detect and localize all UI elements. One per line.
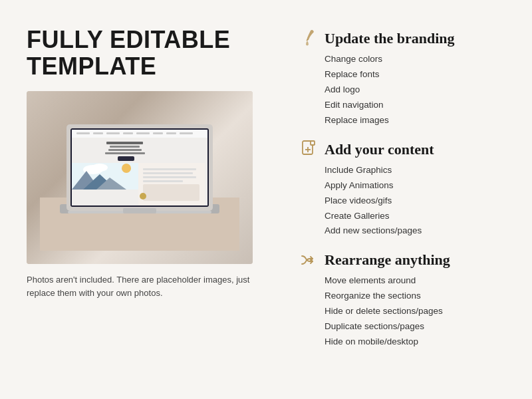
svg-rect-34 bbox=[123, 208, 156, 213]
list-item: Reorganize the sections bbox=[325, 289, 512, 304]
svg-point-22 bbox=[92, 164, 108, 172]
list-item: Change colors bbox=[325, 52, 512, 67]
svg-point-20 bbox=[122, 164, 131, 173]
rearrange-header: Rearrange anything bbox=[299, 251, 512, 269]
svg-rect-30 bbox=[143, 180, 183, 182]
list-item: Replace fonts bbox=[325, 67, 512, 82]
branding-items: Change colors Replace fonts Add logo Edi… bbox=[299, 52, 512, 128]
paintbrush-icon bbox=[299, 29, 318, 48]
image-caption: Photos aren't included. There are placeh… bbox=[27, 273, 253, 299]
svg-rect-31 bbox=[143, 184, 200, 201]
branding-section: Update the branding Change colors Replac… bbox=[299, 29, 512, 128]
list-item: Include Graphics bbox=[325, 163, 512, 178]
branding-header: Update the branding bbox=[299, 29, 512, 48]
page-container: FULLY EDITABLE TEMPLATE bbox=[0, 0, 532, 399]
svg-rect-27 bbox=[143, 168, 196, 170]
right-column: Update the branding Change colors Replac… bbox=[299, 27, 512, 379]
svg-rect-15 bbox=[110, 146, 140, 148]
left-column: FULLY EDITABLE TEMPLATE bbox=[27, 27, 279, 379]
list-item: Hide or delete sections/pages bbox=[325, 304, 512, 319]
page-title: FULLY EDITABLE TEMPLATE bbox=[27, 27, 279, 79]
svg-rect-14 bbox=[106, 142, 143, 144]
svg-rect-12 bbox=[166, 132, 176, 134]
list-item: Place videos/gifs bbox=[325, 194, 512, 209]
list-item: Hide on mobile/desktop bbox=[325, 334, 512, 350]
list-item: Move elements around bbox=[325, 273, 512, 289]
list-item: Edit navigation bbox=[325, 98, 512, 113]
svg-rect-37 bbox=[311, 141, 315, 145]
content-header: Add your content bbox=[299, 140, 512, 159]
content-section: Add your content Include Graphics Apply … bbox=[299, 140, 512, 239]
list-item: Apply Animations bbox=[325, 178, 512, 194]
svg-rect-9 bbox=[123, 132, 133, 134]
list-item: Create Galleries bbox=[325, 209, 512, 224]
svg-rect-10 bbox=[136, 132, 150, 134]
svg-line-35 bbox=[307, 39, 308, 41]
svg-point-32 bbox=[140, 193, 146, 200]
svg-rect-18 bbox=[118, 156, 134, 161]
shuffle-icon bbox=[299, 251, 318, 269]
list-item: Replace images bbox=[325, 113, 512, 128]
list-item: Add new sections/pages bbox=[325, 223, 512, 239]
rearrange-items: Move elements around Reorganize the sect… bbox=[299, 273, 512, 350]
rearrange-title: Rearrange anything bbox=[325, 251, 450, 269]
list-item: Duplicate sections/pages bbox=[325, 319, 512, 334]
rearrange-section: Rearrange anything Move elements around … bbox=[299, 251, 512, 350]
svg-rect-8 bbox=[106, 132, 120, 134]
content-title: Add your content bbox=[325, 141, 434, 158]
svg-rect-7 bbox=[93, 132, 103, 134]
branding-title: Update the branding bbox=[325, 30, 455, 47]
laptop-image bbox=[27, 91, 253, 264]
svg-rect-29 bbox=[143, 176, 196, 178]
svg-rect-11 bbox=[153, 132, 163, 134]
svg-rect-6 bbox=[76, 132, 90, 134]
list-item: Add logo bbox=[325, 82, 512, 98]
svg-rect-16 bbox=[108, 149, 142, 151]
svg-rect-17 bbox=[105, 152, 145, 154]
content-items: Include Graphics Apply Animations Place … bbox=[299, 163, 512, 239]
document-plus-icon bbox=[299, 140, 318, 159]
svg-rect-28 bbox=[143, 172, 193, 174]
svg-rect-13 bbox=[180, 132, 193, 134]
